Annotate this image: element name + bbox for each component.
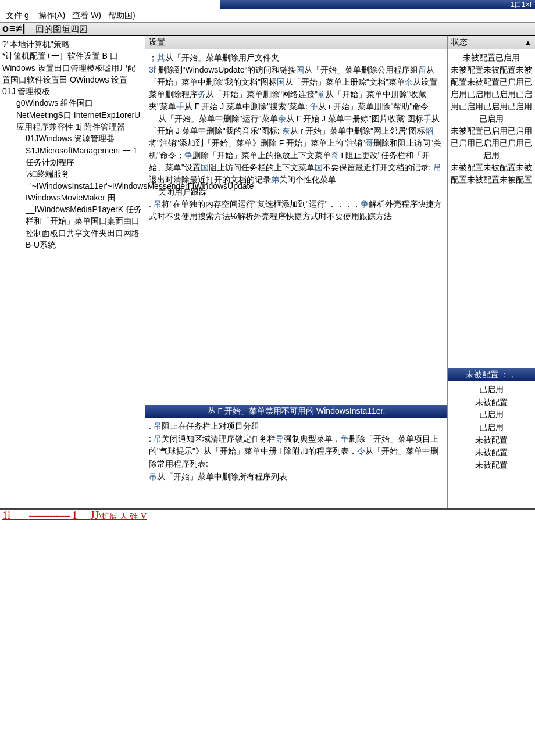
setting-remove-wu-link[interactable]: 删除到"WindowsUpdate"的访问和链接 — [158, 65, 297, 74]
toolbar-left-icons[interactable]: o≡≠| — [2, 23, 26, 34]
status-list-top: 未被配置已启用 未被配置未被配置未被配置未被配置已启用已启用已启用已启用已启用已… — [448, 49, 535, 188]
setting-remove-documents[interactable]: 从「开始」菜单上册赊"文档"菜单 — [285, 77, 405, 87]
status-column-header[interactable]: 状态 ▲ — [448, 36, 535, 49]
scroll-up-icon[interactable]: ▲ — [525, 38, 532, 46]
setting-remove-network[interactable]: 从「开始」菜单删除"网络连接" — [206, 89, 318, 99]
setting-link[interactable]: 争 — [341, 434, 349, 443]
setting-link[interactable]: 奇 — [331, 151, 339, 160]
setting-link[interactable]: 吊 — [154, 199, 162, 209]
selected-setting-row[interactable]: 丛 Γ 开始」菜单禁用不可用的 WindowsInsta11er. — [145, 405, 447, 418]
tree-root-policy[interactable]: ?"本地计算机"策略 — [2, 38, 142, 50]
setting-link[interactable]: 韶 — [425, 126, 433, 135]
setting-link[interactable]: 吊 — [433, 163, 441, 172]
setting-link[interactable]: 国 — [201, 163, 209, 172]
settings-list-bottom[interactable]: . 吊阻止在任务栏上对项目分组 : 吊关闭通知区域清理序锁定任务栏导强制典型菜单… — [145, 418, 447, 508]
menu-file[interactable]: 文件 g — [2, 10, 33, 21]
setting-link[interactable]: 前 — [318, 89, 326, 99]
setting-link[interactable]: 其 — [157, 53, 165, 62]
setting-link[interactable]: 手 — [423, 114, 431, 123]
setting-link[interactable]: 余 — [405, 77, 413, 87]
menu-help[interactable]: 帮助国) — [105, 10, 139, 21]
tree-mmc-tasks[interactable]: S1JMicrosoftManagement 一 1 任务计划程序 — [2, 145, 142, 169]
setting-link[interactable]: 国 — [277, 77, 285, 87]
setting-remove-network-places[interactable]: 从 r 开始」菜单中删除"网上邻居"图标 — [290, 126, 425, 135]
selected-setting-text: 丛 Γ 开始」菜单禁用不可用的 WindowsInsta11er. — [149, 406, 444, 417]
titlebar: -1口1×I — [0, 0, 535, 9]
setting-remove-all-programs[interactable]: 从「开始」菜单中删除所有程序列表 — [157, 472, 287, 481]
setting-link[interactable]: 弟 — [271, 175, 279, 184]
menu-action[interactable]: 操作(A) — [35, 10, 69, 21]
setting-link[interactable]: 奈 — [282, 126, 290, 135]
setting-remove-dragdrop[interactable]: 删除「开始」菜单上的拖放上下文菜单 — [192, 151, 331, 160]
setting-add-logoff[interactable]: 将"注销"添加到「开始」菜单》删除 F 开始」菜单上的"注销" — [149, 138, 365, 148]
footer-one: 1 — [72, 510, 77, 521]
main-area: ?"本地计算机"策略 *计筐机配置+一］软件设置 B 口Windows 设置田口… — [0, 35, 535, 508]
menu-view[interactable]: 查看 W) — [69, 10, 105, 21]
status-row: 未被配置 — [449, 459, 534, 472]
setting-close-personalized[interactable]: 关闭个性化菜单 — [279, 175, 336, 184]
setting-link[interactable]: 国 — [315, 163, 323, 172]
setting-separate-memory[interactable]: 将"在单独的内存空间运行"复选框添加到"运行"．．． — [162, 199, 352, 209]
setting-remove-help[interactable]: 从 r 开始」菜单册除"帮助"命令 — [318, 102, 429, 111]
status-blank — [448, 188, 535, 368]
status-row: 未被配置已启用已启用已启用已启用已启用已启用 — [449, 125, 534, 162]
setting-link[interactable]: 务 — [198, 89, 206, 99]
setting-link[interactable]: 余 — [278, 114, 286, 123]
setting-remove-user-folder[interactable]: 从「开始」菜单删除用尸文件夹 — [165, 53, 279, 62]
setting-link[interactable]: 国 — [296, 65, 304, 74]
setting-remove-pictures[interactable]: 从 Γ 开始 J 菜单中册赊"图片收藏"图标 — [286, 114, 423, 123]
tree-moviemaker-etc[interactable]: IWindowsMovieMaker 田__IWindowsMediaP1aye… — [2, 192, 142, 250]
status-pane: 状态 ▲ 未被配置已启用 未被配置未被配置未被配置未被配置已启用已启用已启用已启… — [448, 36, 535, 508]
setting-close-user-tracking[interactable]: 关闭用户跟踪 — [158, 187, 207, 196]
status-row: 未被配置未被配置未被配置未被配置已启用已启用已启用已启用已启用已启用已启用已启用… — [449, 64, 534, 125]
selected-status-row: 未被配置 ：， — [448, 368, 535, 381]
setting-prevent-grouping[interactable]: 阻止在任务栏上对项目分组 — [162, 421, 259, 431]
tree-installer-messenger-update[interactable]: '~IWindowsInsta11er'~IWindowsMessengerΓI… — [2, 180, 142, 192]
status-list-bottom: 已启用 未被配置 已启用 已启用 未被配置 未被配置 未被配置 — [448, 381, 535, 486]
selected-status-text: 未被配置 — [466, 370, 498, 379]
setting-prevent-context-menu[interactable]: 阻止访问任务栏的上下文菜单 — [209, 163, 315, 172]
setting-link[interactable]: 吊 — [154, 421, 162, 431]
tree-pane[interactable]: ?"本地计算机"策略 *计筐机配置+一］软件设置 B 口Windows 设置田口… — [0, 36, 145, 508]
setting-remove-search[interactable]: 从 Γ 开始 J 菜单中删除"搜索"菜单 — [184, 102, 305, 111]
setting-no-keep-history[interactable]: 不要保留最近打开文档的记录 — [323, 163, 429, 172]
menubar: 文件 g 操作(A)查看 W)帮助国) — [0, 9, 535, 23]
toolbar: o≡≠| 回的囹垣四园 — [0, 23, 535, 35]
setting-force-classic-menu[interactable]: 强制典型菜单． — [284, 434, 341, 443]
setting-link[interactable]: 导 — [276, 434, 284, 443]
footer-dashes: -------------- — [29, 510, 70, 521]
window-controls[interactable]: -1口1×I — [508, 1, 532, 9]
tree-windows-components[interactable]: g0Windows 组件国口 NetMeetingS口 InternetExp1… — [2, 97, 142, 132]
setting-link[interactable]: 3f — [149, 65, 158, 74]
setting-colon: : — [206, 459, 208, 468]
setting-close-notification-lock[interactable]: 关闭通知区域清理序锁定 — [162, 434, 251, 443]
setting-colon: : — [429, 163, 433, 172]
status-row: 未被配置 — [449, 434, 534, 447]
setting-remove-run[interactable]: 从「开始」菜单中删除"运行"菜单 — [158, 114, 278, 123]
setting-remove-common-groups[interactable]: 从「开始」菜单删除公用程序组 — [304, 65, 418, 74]
setting-link[interactable]: 哥 — [365, 138, 373, 148]
settings-column-header[interactable]: 设置 — [145, 36, 447, 49]
tree-windows-explorer[interactable]: θ1JWindows 资源管理器 — [2, 132, 142, 144]
settings-list-top[interactable]: ；其从「开始」菜单删除用尸文件夹 3f 删除到"WindowsUpdate"的访… — [145, 49, 447, 225]
setting-link[interactable]: 吊 — [154, 434, 162, 443]
footer-v: V — [141, 512, 147, 521]
toolbar-right-icons[interactable]: 回的囹垣四园 — [28, 24, 88, 34]
setting-taskbar-word: 任务栏 — [251, 434, 276, 443]
setting-clear-history[interactable]: 退出时清除最近打开的文档的记录 — [149, 175, 271, 184]
setting-link[interactable]: 争 — [310, 102, 318, 111]
setting-link[interactable]: 争 — [184, 151, 192, 160]
setting-colon: : — [305, 102, 310, 111]
setting-link[interactable]: 令 — [357, 446, 365, 456]
setting-link[interactable]: 手 — [176, 102, 184, 111]
setting-prefix: ； — [149, 53, 157, 62]
selected-status-suffix: ：， — [501, 370, 517, 379]
setting-link[interactable]: 留 — [418, 65, 426, 74]
setting-link[interactable]: 争 — [361, 199, 369, 209]
blank-area — [145, 225, 447, 405]
status-row: 已启用 — [449, 384, 534, 396]
setting-link[interactable]: 吊 — [149, 472, 157, 481]
tree-computer-config[interactable]: *计筐机配置+一］软件设置 B 口Windows 设置田口管理模板嘘用尸配置国口… — [2, 50, 142, 97]
tree-terminal-services[interactable]: ⅛□终端服务 — [2, 168, 142, 180]
titlebar-gap — [0, 0, 220, 9]
